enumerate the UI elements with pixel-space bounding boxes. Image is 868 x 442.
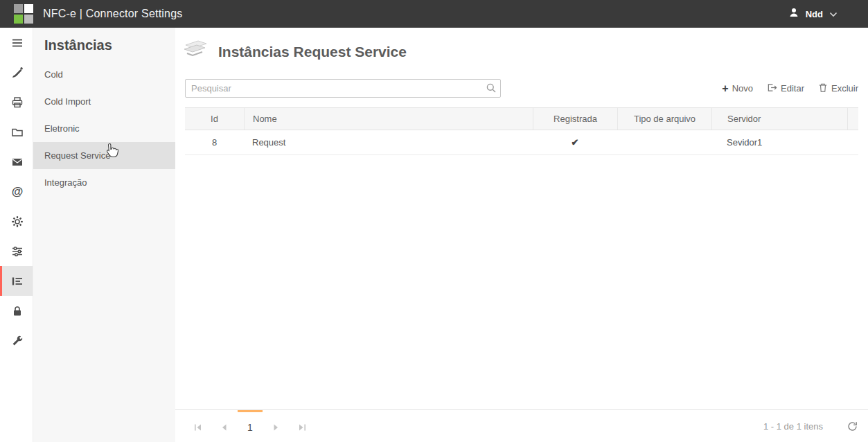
sidebar-item-cold[interactable]: Cold [33, 61, 175, 88]
user-icon [788, 7, 799, 21]
rail-item-tools[interactable] [0, 326, 33, 355]
sidebar-item-eletronic[interactable]: Eletronic [33, 115, 175, 142]
rail-item-connector[interactable] [0, 58, 33, 87]
sidebar-item-cold-import[interactable]: Cold Import [33, 88, 175, 115]
grid-actions: + Novo Editar Excluir [722, 82, 858, 95]
gear-icon [11, 215, 24, 228]
rail-item-sliders[interactable] [0, 236, 33, 266]
pager-last-button[interactable] [289, 410, 315, 442]
mail-icon [11, 156, 24, 168]
menu-icon [11, 37, 24, 49]
sliders-icon [11, 245, 24, 258]
logo-square [14, 4, 23, 13]
page-title: Instâncias Request Service [218, 44, 407, 60]
topbar: NFC-e | Connector Settings Ndd [0, 0, 868, 28]
connector-brush-icon [11, 67, 24, 79]
cell-servidor: Sevidor1 [711, 137, 847, 148]
printer-icon [11, 96, 24, 109]
column-header-registrada[interactable]: Registrada [533, 108, 617, 130]
sidebar: Instâncias Cold Cold Import Eletronic Re… [33, 28, 175, 442]
edit-icon [767, 82, 777, 95]
registered-check-icon: ✔ [533, 137, 617, 148]
content-area: + Novo Editar Excluir [175, 68, 868, 409]
rail-item-menu[interactable] [0, 28, 33, 58]
app-title: NFC-e | Connector Settings [43, 8, 182, 20]
search-icon[interactable] [486, 82, 497, 96]
sidebar-item-request-service[interactable]: Request Service [33, 142, 175, 169]
data-grid: Id Nome Registrada Tipo de arquivo Servi… [185, 107, 858, 155]
toolbar-row: + Novo Editar Excluir [185, 79, 858, 98]
icon-rail: @ [0, 28, 33, 442]
user-menu[interactable]: Ndd [788, 7, 838, 21]
user-name-label: Ndd [806, 9, 823, 19]
table-row[interactable]: 8 Request ✔ Sevidor1 [185, 130, 858, 155]
folder-icon [11, 126, 24, 139]
chevron-down-icon [829, 8, 838, 20]
new-button-label: Novo [732, 83, 753, 94]
edit-button-label: Editar [781, 83, 804, 94]
sidebar-item-integracao[interactable]: Integração [33, 169, 175, 196]
column-header-nome[interactable]: Nome [244, 108, 533, 130]
lock-icon [11, 305, 24, 317]
logo-square [14, 15, 23, 24]
at-sign-icon: @ [12, 185, 24, 199]
refresh-icon[interactable] [847, 421, 858, 432]
plus-icon: + [722, 83, 728, 94]
pager-page-1[interactable]: 1 [238, 410, 263, 442]
page-stack-icon [179, 37, 210, 67]
pager: 1 1 - 1 de 1 itens [175, 409, 868, 442]
wrench-icon [11, 335, 24, 347]
new-button[interactable]: + Novo [722, 83, 753, 94]
column-header-tipo-de-arquivo[interactable]: Tipo de arquivo [617, 108, 711, 130]
rail-item-settings[interactable] [0, 206, 33, 236]
layout: @ Instâncias Cold Cold Import Eletronic … [0, 28, 868, 442]
search-input[interactable] [185, 79, 501, 98]
logo-square [24, 15, 33, 24]
cell-id: 8 [185, 137, 244, 148]
grid-empty-space [185, 155, 858, 409]
pager-info-label: 1 - 1 de 1 itens [763, 421, 823, 432]
column-header-spacer [847, 108, 865, 130]
cell-nome: Request [244, 137, 533, 148]
rail-item-printer[interactable] [0, 87, 33, 117]
rail-item-mail[interactable] [0, 147, 33, 177]
trash-icon [818, 82, 828, 95]
pager-prev-button[interactable] [211, 410, 238, 442]
main-panel: Instâncias Request Service + Novo [175, 28, 868, 442]
app-logo [14, 4, 33, 24]
grid-header-row: Id Nome Registrada Tipo de arquivo Servi… [185, 107, 858, 130]
delete-button[interactable]: Excluir [818, 82, 858, 95]
column-header-servidor[interactable]: Servidor [711, 108, 847, 130]
edit-button[interactable]: Editar [767, 82, 804, 95]
sidebar-heading: Instâncias [33, 28, 175, 61]
column-header-id[interactable]: Id [185, 108, 244, 130]
delete-button-label: Excluir [831, 83, 858, 94]
page-header: Instâncias Request Service [175, 28, 868, 68]
pager-first-button[interactable] [185, 410, 211, 442]
search-box [185, 79, 501, 98]
rail-item-security[interactable] [0, 296, 33, 326]
rail-item-folder[interactable] [0, 117, 33, 147]
rail-item-instances[interactable] [0, 266, 33, 296]
instances-list-icon [11, 275, 24, 288]
rail-item-at[interactable]: @ [0, 177, 33, 206]
logo-square [24, 4, 33, 13]
pager-next-button[interactable] [263, 410, 289, 442]
